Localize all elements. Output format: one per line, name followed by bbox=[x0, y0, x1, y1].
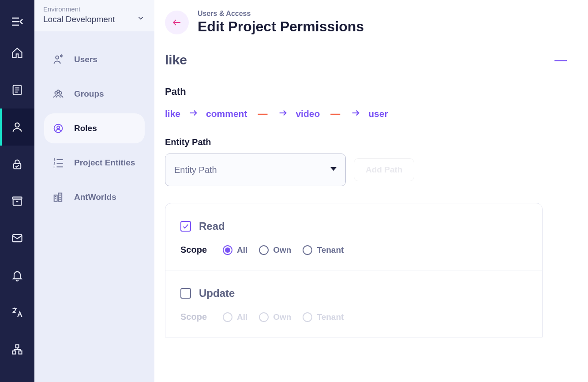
person-icon bbox=[11, 121, 23, 133]
scope-option-label: All bbox=[237, 245, 247, 255]
rail-item-localization[interactable] bbox=[0, 294, 34, 331]
environment-value: Local Development bbox=[43, 15, 146, 24]
scope-option-label: Tenant bbox=[317, 312, 344, 322]
path-token[interactable]: like bbox=[165, 109, 180, 119]
path-heading: Path bbox=[165, 86, 570, 97]
rail-item-integrations[interactable] bbox=[0, 331, 34, 368]
breadcrumb: Users & Access bbox=[198, 10, 364, 18]
radio-icon bbox=[223, 245, 232, 255]
collapse-sidebar-button[interactable] bbox=[0, 9, 34, 34]
scope-label: Scope bbox=[180, 245, 207, 255]
scope-radio-own[interactable]: Own bbox=[259, 245, 291, 255]
chevron-down-icon bbox=[137, 14, 145, 24]
remove-path-segment-button[interactable]: — bbox=[255, 108, 270, 120]
roles-icon bbox=[52, 122, 64, 135]
sidebar-item-label: Roles bbox=[74, 124, 97, 133]
svg-point-20 bbox=[57, 90, 60, 93]
permission-name: Read bbox=[199, 220, 225, 232]
scope-radio-tenant[interactable]: Tenant bbox=[303, 245, 344, 255]
rail-item-notifications[interactable] bbox=[0, 257, 34, 294]
caret-down-icon bbox=[330, 166, 337, 174]
svg-rect-14 bbox=[13, 351, 16, 354]
sidebar-item-antworlds[interactable]: AntWorlds bbox=[44, 182, 145, 212]
scope-radio-all[interactable]: All bbox=[223, 245, 247, 255]
sidebar-item-project-entities[interactable]: 123 Project Entities bbox=[44, 148, 145, 178]
radio-icon bbox=[303, 312, 312, 322]
entity-path-placeholder: Entity Path bbox=[174, 165, 217, 175]
scope-radio-all: All bbox=[223, 312, 247, 322]
arrow-left-icon bbox=[172, 17, 182, 28]
sidebar-item-label: Project Entities bbox=[74, 158, 135, 168]
permission-checkbox-update[interactable] bbox=[180, 288, 191, 299]
rail-item-lists[interactable] bbox=[0, 71, 34, 109]
permissions-card: Read Scope All Own Tenant bbox=[165, 203, 543, 337]
svg-text:2: 2 bbox=[54, 162, 56, 165]
arrow-right-icon bbox=[351, 108, 360, 120]
svg-rect-15 bbox=[19, 351, 22, 354]
rail-item-archive[interactable] bbox=[0, 183, 34, 220]
svg-rect-10 bbox=[13, 197, 22, 199]
nodes-icon bbox=[11, 343, 23, 356]
check-icon bbox=[182, 223, 189, 230]
remove-path-segment-button[interactable]: — bbox=[328, 108, 343, 120]
path-token[interactable]: user bbox=[368, 109, 388, 119]
mail-icon bbox=[11, 232, 23, 244]
scope-option-label: Own bbox=[273, 312, 291, 322]
sidebar-item-roles[interactable]: Roles bbox=[44, 113, 145, 143]
user-config-icon bbox=[52, 53, 64, 66]
page-title: Edit Project Permissions bbox=[198, 19, 364, 35]
arrow-right-icon bbox=[188, 108, 198, 120]
environment-selector[interactable]: Environment Local Development bbox=[34, 0, 154, 31]
main-content: Users & Access Edit Project Permissions … bbox=[154, 0, 588, 382]
rail-item-users-access[interactable] bbox=[0, 109, 34, 146]
permission-name: Update bbox=[199, 287, 235, 300]
add-path-button[interactable]: Add Path bbox=[354, 158, 414, 181]
ordered-list-icon: 123 bbox=[52, 157, 64, 169]
path-token[interactable]: comment bbox=[206, 109, 247, 119]
entity-section-title: like bbox=[165, 52, 187, 67]
entity-section-header: like — bbox=[165, 52, 570, 67]
entity-path-label: Entity Path bbox=[165, 137, 570, 147]
primary-nav-rail bbox=[0, 0, 34, 382]
svg-point-16 bbox=[56, 56, 59, 59]
sidebar-item-users[interactable]: Users bbox=[44, 45, 145, 75]
archive-icon bbox=[11, 195, 23, 207]
sidebar-item-label: Users bbox=[74, 55, 97, 64]
permission-checkbox-read[interactable] bbox=[180, 221, 191, 232]
rail-item-mail[interactable] bbox=[0, 220, 34, 257]
sidebar-menu: Users Groups Roles 123 Project Entities … bbox=[34, 31, 154, 225]
lock-check-icon bbox=[11, 158, 23, 170]
list-doc-icon bbox=[11, 84, 23, 96]
environment-label: Environment bbox=[43, 5, 146, 13]
rail-item-home[interactable] bbox=[0, 34, 34, 71]
svg-rect-13 bbox=[16, 345, 19, 348]
page-header: Users & Access Edit Project Permissions bbox=[165, 10, 570, 35]
scope-radio-own: Own bbox=[259, 312, 291, 322]
secondary-sidebar: Environment Local Development Users Grou… bbox=[34, 0, 154, 382]
menu-collapse-icon bbox=[10, 15, 24, 29]
back-button[interactable] bbox=[165, 11, 189, 34]
svg-point-22 bbox=[57, 126, 60, 129]
bell-icon bbox=[11, 269, 23, 281]
radio-icon bbox=[223, 312, 232, 322]
sidebar-item-groups[interactable]: Groups bbox=[44, 79, 145, 109]
arrow-right-icon bbox=[278, 108, 288, 120]
group-icon bbox=[52, 88, 64, 100]
scope-row-read: Scope All Own Tenant bbox=[180, 245, 527, 255]
scope-option-label: Own bbox=[273, 245, 291, 255]
radio-icon bbox=[303, 245, 312, 255]
scope-option-label: Tenant bbox=[317, 245, 344, 255]
sidebar-item-label: Groups bbox=[74, 89, 104, 99]
scope-option-label: All bbox=[237, 312, 247, 322]
scope-row-update: Scope All Own Tenant bbox=[180, 312, 527, 322]
translate-icon bbox=[11, 306, 23, 318]
svg-point-7 bbox=[15, 123, 19, 127]
scope-radio-tenant: Tenant bbox=[303, 312, 344, 322]
home-icon bbox=[11, 47, 23, 59]
entity-path-select[interactable]: Entity Path bbox=[165, 154, 346, 186]
rail-item-security[interactable] bbox=[0, 146, 34, 183]
path-token[interactable]: video bbox=[296, 109, 320, 119]
svg-rect-9 bbox=[13, 199, 22, 205]
collapse-section-button[interactable]: — bbox=[551, 53, 570, 67]
buildings-icon bbox=[52, 191, 64, 203]
